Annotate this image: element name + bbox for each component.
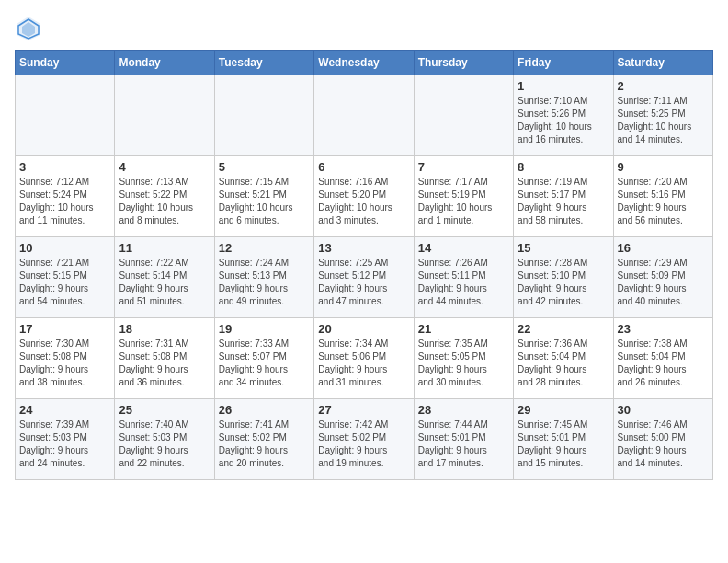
day-info: Sunrise: 7:11 AM Sunset: 5:25 PM Dayligh… xyxy=(618,95,709,146)
column-header-monday: Monday xyxy=(115,51,214,75)
day-number: 20 xyxy=(318,322,409,336)
day-info: Sunrise: 7:33 AM Sunset: 5:07 PM Dayligh… xyxy=(219,338,310,389)
day-info: Sunrise: 7:22 AM Sunset: 5:14 PM Dayligh… xyxy=(119,257,210,308)
calendar-cell: 25Sunrise: 7:40 AM Sunset: 5:03 PM Dayli… xyxy=(115,399,214,480)
day-number: 1 xyxy=(518,79,609,93)
calendar-cell: 21Sunrise: 7:35 AM Sunset: 5:05 PM Dayli… xyxy=(414,318,513,399)
calendar-cell: 2Sunrise: 7:11 AM Sunset: 5:25 PM Daylig… xyxy=(613,75,712,156)
day-info: Sunrise: 7:12 AM Sunset: 5:24 PM Dayligh… xyxy=(19,176,110,227)
day-number: 17 xyxy=(19,322,110,336)
day-number: 26 xyxy=(219,403,310,417)
day-info: Sunrise: 7:40 AM Sunset: 5:03 PM Dayligh… xyxy=(119,419,210,470)
day-number: 28 xyxy=(418,403,509,417)
day-number: 23 xyxy=(618,322,709,336)
day-number: 9 xyxy=(618,160,709,174)
day-info: Sunrise: 7:41 AM Sunset: 5:02 PM Dayligh… xyxy=(219,419,310,470)
day-number: 7 xyxy=(418,160,509,174)
day-number: 14 xyxy=(418,241,509,255)
day-number: 21 xyxy=(418,322,509,336)
calendar-header-row: SundayMondayTuesdayWednesdayThursdayFrid… xyxy=(16,51,713,75)
calendar-cell: 4Sunrise: 7:13 AM Sunset: 5:22 PM Daylig… xyxy=(115,156,214,237)
day-info: Sunrise: 7:15 AM Sunset: 5:21 PM Dayligh… xyxy=(219,176,310,227)
calendar-cell: 15Sunrise: 7:28 AM Sunset: 5:10 PM Dayli… xyxy=(514,237,613,318)
day-number: 30 xyxy=(618,403,709,417)
calendar-week-5: 24Sunrise: 7:39 AM Sunset: 5:03 PM Dayli… xyxy=(16,399,713,480)
day-info: Sunrise: 7:46 AM Sunset: 5:00 PM Dayligh… xyxy=(618,419,709,470)
day-info: Sunrise: 7:44 AM Sunset: 5:01 PM Dayligh… xyxy=(418,419,509,470)
calendar-cell: 8Sunrise: 7:19 AM Sunset: 5:17 PM Daylig… xyxy=(514,156,613,237)
day-number: 5 xyxy=(219,160,310,174)
calendar-cell: 20Sunrise: 7:34 AM Sunset: 5:06 PM Dayli… xyxy=(314,318,414,399)
day-info: Sunrise: 7:29 AM Sunset: 5:09 PM Dayligh… xyxy=(618,257,709,308)
calendar-cell: 14Sunrise: 7:26 AM Sunset: 5:11 PM Dayli… xyxy=(414,237,513,318)
calendar-cell: 16Sunrise: 7:29 AM Sunset: 5:09 PM Dayli… xyxy=(613,237,712,318)
calendar-cell: 3Sunrise: 7:12 AM Sunset: 5:24 PM Daylig… xyxy=(16,156,115,237)
day-info: Sunrise: 7:38 AM Sunset: 5:04 PM Dayligh… xyxy=(618,338,709,389)
calendar-cell: 1Sunrise: 7:10 AM Sunset: 5:26 PM Daylig… xyxy=(514,75,613,156)
day-info: Sunrise: 7:16 AM Sunset: 5:20 PM Dayligh… xyxy=(318,176,409,227)
calendar-cell: 30Sunrise: 7:46 AM Sunset: 5:00 PM Dayli… xyxy=(613,399,712,480)
day-info: Sunrise: 7:24 AM Sunset: 5:13 PM Dayligh… xyxy=(219,257,310,308)
day-number: 29 xyxy=(518,403,609,417)
column-header-saturday: Saturday xyxy=(613,51,712,75)
column-header-tuesday: Tuesday xyxy=(214,51,313,75)
day-info: Sunrise: 7:13 AM Sunset: 5:22 PM Dayligh… xyxy=(119,176,210,227)
day-info: Sunrise: 7:20 AM Sunset: 5:16 PM Dayligh… xyxy=(618,176,709,227)
day-info: Sunrise: 7:36 AM Sunset: 5:04 PM Dayligh… xyxy=(518,338,609,389)
calendar-cell: 12Sunrise: 7:24 AM Sunset: 5:13 PM Dayli… xyxy=(214,237,313,318)
day-number: 24 xyxy=(19,403,110,417)
day-number: 11 xyxy=(119,241,210,255)
calendar-cell xyxy=(16,75,115,156)
column-header-wednesday: Wednesday xyxy=(314,51,414,75)
calendar-cell xyxy=(314,75,414,156)
calendar-cell: 13Sunrise: 7:25 AM Sunset: 5:12 PM Dayli… xyxy=(314,237,414,318)
calendar-cell: 9Sunrise: 7:20 AM Sunset: 5:16 PM Daylig… xyxy=(613,156,712,237)
calendar-cell: 7Sunrise: 7:17 AM Sunset: 5:19 PM Daylig… xyxy=(414,156,513,237)
calendar-cell: 11Sunrise: 7:22 AM Sunset: 5:14 PM Dayli… xyxy=(115,237,214,318)
day-info: Sunrise: 7:25 AM Sunset: 5:12 PM Dayligh… xyxy=(318,257,409,308)
day-number: 18 xyxy=(119,322,210,336)
day-number: 13 xyxy=(318,241,409,255)
day-info: Sunrise: 7:39 AM Sunset: 5:03 PM Dayligh… xyxy=(19,419,110,470)
calendar-cell: 26Sunrise: 7:41 AM Sunset: 5:02 PM Dayli… xyxy=(214,399,313,480)
day-info: Sunrise: 7:28 AM Sunset: 5:10 PM Dayligh… xyxy=(518,257,609,308)
calendar: SundayMondayTuesdayWednesdayThursdayFrid… xyxy=(15,50,713,480)
day-info: Sunrise: 7:45 AM Sunset: 5:01 PM Dayligh… xyxy=(518,419,609,470)
calendar-cell xyxy=(115,75,214,156)
day-number: 8 xyxy=(518,160,609,174)
day-info: Sunrise: 7:26 AM Sunset: 5:11 PM Dayligh… xyxy=(418,257,509,308)
calendar-cell: 10Sunrise: 7:21 AM Sunset: 5:15 PM Dayli… xyxy=(16,237,115,318)
day-number: 25 xyxy=(119,403,210,417)
day-number: 10 xyxy=(19,241,110,255)
day-number: 27 xyxy=(318,403,409,417)
day-number: 22 xyxy=(518,322,609,336)
calendar-cell: 22Sunrise: 7:36 AM Sunset: 5:04 PM Dayli… xyxy=(514,318,613,399)
column-header-friday: Friday xyxy=(514,51,613,75)
day-info: Sunrise: 7:34 AM Sunset: 5:06 PM Dayligh… xyxy=(318,338,409,389)
day-info: Sunrise: 7:42 AM Sunset: 5:02 PM Dayligh… xyxy=(318,419,409,470)
logo xyxy=(15,15,46,42)
day-number: 15 xyxy=(518,241,609,255)
day-number: 4 xyxy=(119,160,210,174)
day-number: 12 xyxy=(219,241,310,255)
day-info: Sunrise: 7:17 AM Sunset: 5:19 PM Dayligh… xyxy=(418,176,509,227)
calendar-cell xyxy=(414,75,513,156)
day-info: Sunrise: 7:21 AM Sunset: 5:15 PM Dayligh… xyxy=(19,257,110,308)
header xyxy=(15,15,713,42)
calendar-cell: 23Sunrise: 7:38 AM Sunset: 5:04 PM Dayli… xyxy=(613,318,712,399)
calendar-cell: 18Sunrise: 7:31 AM Sunset: 5:08 PM Dayli… xyxy=(115,318,214,399)
calendar-cell: 19Sunrise: 7:33 AM Sunset: 5:07 PM Dayli… xyxy=(214,318,313,399)
day-info: Sunrise: 7:35 AM Sunset: 5:05 PM Dayligh… xyxy=(418,338,509,389)
calendar-cell: 27Sunrise: 7:42 AM Sunset: 5:02 PM Dayli… xyxy=(314,399,414,480)
calendar-week-2: 3Sunrise: 7:12 AM Sunset: 5:24 PM Daylig… xyxy=(16,156,713,237)
day-info: Sunrise: 7:19 AM Sunset: 5:17 PM Dayligh… xyxy=(518,176,609,227)
calendar-cell: 5Sunrise: 7:15 AM Sunset: 5:21 PM Daylig… xyxy=(214,156,313,237)
day-info: Sunrise: 7:10 AM Sunset: 5:26 PM Dayligh… xyxy=(518,95,609,146)
column-header-thursday: Thursday xyxy=(414,51,513,75)
calendar-cell: 6Sunrise: 7:16 AM Sunset: 5:20 PM Daylig… xyxy=(314,156,414,237)
calendar-cell: 28Sunrise: 7:44 AM Sunset: 5:01 PM Dayli… xyxy=(414,399,513,480)
day-number: 2 xyxy=(618,79,709,93)
calendar-week-1: 1Sunrise: 7:10 AM Sunset: 5:26 PM Daylig… xyxy=(16,75,713,156)
day-number: 19 xyxy=(219,322,310,336)
calendar-cell: 24Sunrise: 7:39 AM Sunset: 5:03 PM Dayli… xyxy=(16,399,115,480)
